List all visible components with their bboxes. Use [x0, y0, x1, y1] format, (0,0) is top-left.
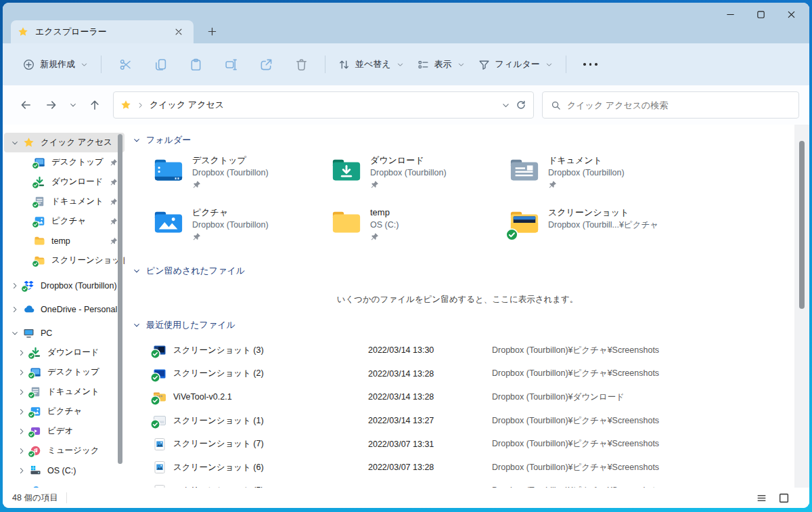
- sync-badge-icon: [32, 201, 39, 209]
- minimize-button[interactable]: [715, 4, 746, 24]
- paste-button[interactable]: [178, 51, 213, 77]
- breadcrumb[interactable]: クイック アクセス: [150, 99, 496, 111]
- sidebar-item-downloads[interactable]: ダウンロード: [4, 172, 125, 192]
- sidebar-item-pc-music[interactable]: ミュージック: [4, 441, 125, 461]
- back-button[interactable]: [13, 93, 39, 117]
- sidebar-item-pc[interactable]: PC: [4, 323, 125, 343]
- folder-name: ピクチャ: [192, 206, 269, 219]
- folder-tile-desktop[interactable]: デスクトップ Dropbox (Tourbillon): [153, 154, 331, 197]
- sidebar-item-os-c[interactable]: OS (C:): [4, 461, 125, 480]
- music-icon: [30, 445, 41, 456]
- pictures-icon: [30, 406, 41, 417]
- file-path: Dropbox (Tourbillon)¥ピクチャ¥Screenshots: [492, 415, 809, 427]
- file-date: 2022/03/14 13:27: [368, 416, 492, 425]
- search-box[interactable]: [542, 91, 799, 119]
- details-view-icon[interactable]: [754, 491, 768, 505]
- new-button[interactable]: 新規作成: [16, 51, 95, 77]
- filter-button[interactable]: フィルター: [472, 51, 560, 77]
- chevron-down-icon[interactable]: [133, 321, 141, 329]
- sidebar-item-pc-downloads[interactable]: ダウンロード: [4, 343, 125, 362]
- share-button[interactable]: [248, 51, 284, 77]
- recent-file-row[interactable]: スクリーンショット (7) 2022/03/07 13:31 Dropbox (…: [133, 432, 809, 456]
- pinned-section-header[interactable]: ピン留めされたファイル: [133, 265, 809, 276]
- folder-tile-screenshots[interactable]: スクリーンショット Dropbox (Tourbill...¥ピクチャ: [509, 206, 687, 249]
- sidebar-item-pc-documents[interactable]: ドキュメント: [4, 382, 125, 402]
- folder-tile-pictures[interactable]: ピクチャ Dropbox (Tourbillon): [153, 206, 331, 249]
- chevron-down-icon[interactable]: [133, 267, 141, 275]
- more-options-button[interactable]: [572, 51, 609, 77]
- recent-file-row[interactable]: スクリーンショット (3) 2022/03/14 13:30 Dropbox (…: [133, 339, 809, 362]
- main-scrollbar-track[interactable]: [794, 125, 809, 488]
- sidebar-item-onedrive[interactable]: OneDrive - Personal: [4, 299, 125, 319]
- folder-tile-documents[interactable]: ドキュメント Dropbox (Tourbillon): [509, 154, 687, 197]
- sidebar-item-label: ピクチャ: [51, 215, 110, 227]
- large-icons-view-icon[interactable]: [777, 491, 790, 505]
- screenshot-file-icon: [153, 414, 166, 427]
- recent-file-row[interactable]: スクリーンショット (1) 2022/03/14 13:27 Dropbox (…: [133, 409, 809, 433]
- sync-badge-icon: [505, 228, 518, 241]
- forward-button[interactable]: [39, 93, 64, 117]
- main-scrollbar-thumb[interactable]: [799, 141, 805, 309]
- chevron-down-icon: [397, 61, 404, 68]
- sidebar-item-pc-pictures[interactable]: ピクチャ: [4, 402, 125, 421]
- recent-file-row[interactable]: スクリーンショット (5) 2022/03/07 13:27 Dropbox (…: [133, 479, 809, 488]
- rename-button[interactable]: [213, 51, 248, 77]
- chevron-right-icon[interactable]: [11, 305, 23, 314]
- recent-section-header[interactable]: 最近使用したファイル: [133, 320, 809, 330]
- sidebar-item-temp[interactable]: temp: [4, 231, 125, 251]
- copy-button[interactable]: [143, 51, 178, 77]
- explorer-tab[interactable]: エクスプローラー: [11, 20, 194, 43]
- item-count: 48 個の項目: [12, 492, 58, 504]
- status-bar: 48 個の項目: [3, 488, 809, 508]
- recent-file-row[interactable]: スクリーンショット (2) 2022/03/14 13:28 Dropbox (…: [133, 362, 809, 386]
- sidebar-item-quick-access[interactable]: クイック アクセス: [4, 133, 125, 152]
- close-button[interactable]: [776, 4, 807, 24]
- delete-button[interactable]: [284, 51, 319, 77]
- sidebar-item-pictures[interactable]: ピクチャ: [4, 211, 125, 231]
- image-file-icon: [153, 438, 166, 451]
- navigation-pane: クイック アクセス デスクトップ ダウンロード ドキュメント: [3, 125, 126, 488]
- folder-tile-downloads[interactable]: ダウンロード Dropbox (Tourbillon): [331, 154, 509, 197]
- folders-grid: デスクトップ Dropbox (Tourbillon) ダウンロード Dropb…: [153, 154, 809, 249]
- address-dropdown-icon[interactable]: [501, 101, 510, 110]
- sidebar-item-label: ミュージック: [47, 445, 125, 456]
- recent-file-row[interactable]: スクリーンショット (6) 2022/03/07 13:28 Dropbox (…: [133, 456, 809, 479]
- chevron-down-icon[interactable]: [11, 329, 23, 337]
- maximize-button[interactable]: [746, 4, 776, 24]
- sidebar-item-label: ダウンロード: [51, 176, 110, 188]
- sidebar-item-label: temp: [51, 236, 110, 246]
- command-toolbar: 新規作成 並べ替え 表示 フィルター: [3, 43, 809, 85]
- recent-locations-button[interactable]: [64, 93, 82, 117]
- sync-badge-icon: [28, 352, 35, 360]
- sidebar-item-network-partial[interactable]: [4, 480, 125, 488]
- section-label: ピン留めされたファイル: [146, 265, 245, 277]
- up-button[interactable]: [82, 93, 108, 117]
- title-bar[interactable]: エクスプローラー: [3, 3, 809, 43]
- sidebar-item-screenshots[interactable]: スクリーンショット: [4, 251, 125, 270]
- chevron-down-icon[interactable]: [11, 139, 23, 147]
- sidebar-item-pc-desktop[interactable]: デスクトップ: [4, 362, 125, 382]
- folders-section-header[interactable]: フォルダー: [133, 135, 809, 146]
- address-bar[interactable]: クイック アクセス: [113, 91, 534, 119]
- folder-tile-temp[interactable]: temp OS (C:): [331, 206, 509, 249]
- tab-close-button[interactable]: [171, 24, 187, 40]
- file-path: Dropbox (Tourbillon)¥ピクチャ¥Screenshots: [492, 462, 809, 473]
- new-tab-button[interactable]: [203, 22, 221, 40]
- sidebar-item-dropbox[interactable]: Dropbox (Tourbillon): [4, 276, 125, 295]
- sort-button[interactable]: 並べ替え: [332, 51, 411, 77]
- sidebar-scrollbar[interactable]: [118, 134, 122, 464]
- chevron-right-icon[interactable]: [18, 467, 30, 475]
- sidebar-item-pc-videos[interactable]: ビデオ: [4, 421, 125, 441]
- file-path: Dropbox (Tourbillon)¥ピクチャ¥Screenshots: [492, 345, 809, 356]
- sidebar-item-label: OS (C:): [47, 466, 125, 475]
- view-button[interactable]: 表示: [411, 51, 472, 77]
- sidebar-item-documents[interactable]: ドキュメント: [4, 192, 125, 211]
- recent-file-row[interactable]: ViVeTool-v0.2.1 2022/03/14 13:28 Dropbox…: [133, 385, 809, 409]
- chevron-down-icon[interactable]: [133, 136, 141, 144]
- refresh-icon[interactable]: [516, 100, 526, 110]
- documents-icon: [30, 386, 41, 398]
- cut-button[interactable]: [108, 51, 143, 77]
- navigation-bar: クイック アクセス: [3, 85, 809, 125]
- sidebar-item-desktop[interactable]: デスクトップ: [4, 152, 125, 172]
- search-input[interactable]: [567, 100, 790, 110]
